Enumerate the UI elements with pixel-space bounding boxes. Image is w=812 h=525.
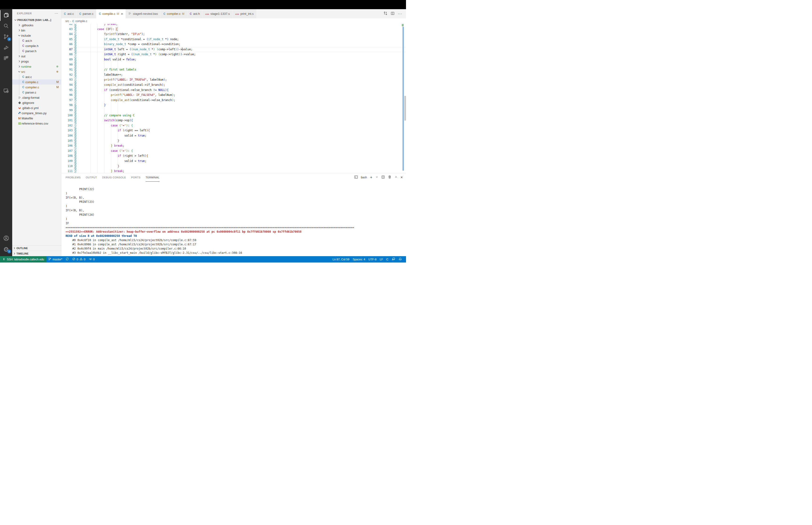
cursor-position[interactable]: Ln 87, Col 59 — [331, 256, 351, 262]
activity-source-control-button[interactable]: 3 — [0, 32, 12, 43]
more-actions-icon[interactable]: ··· — [398, 12, 402, 16]
indentation-setting[interactable]: Spaces: 4 — [351, 256, 367, 262]
activity-extensions-button[interactable] — [0, 53, 12, 64]
code-line[interactable]: } — [83, 164, 401, 169]
code-line[interactable]: valid = true; — [83, 159, 401, 164]
tree-item-runtime[interactable]: runtime — [12, 64, 61, 69]
git-branch-status[interactable]: master* — [47, 256, 64, 262]
code-line[interactable]: compile_ast(conditional->if_branch); — [83, 82, 401, 88]
shell-name[interactable]: bash — [361, 176, 367, 179]
tree-item-PROJECT02B [SSH: LAB...][interactable]: PROJECT02B [SSH: LAB...] — [12, 17, 61, 22]
tree-item-out[interactable]: out — [12, 54, 61, 59]
tree-item-src[interactable]: src — [12, 69, 61, 74]
code-line[interactable] — [83, 62, 401, 68]
tree-item-compare_times.py[interactable]: compare_times.py — [12, 110, 61, 116]
code-line[interactable]: // first set labels — [83, 67, 401, 72]
tree-item-progs[interactable]: progs — [12, 59, 61, 64]
terminal-output[interactable]: PRINT(22))IF(=(B, B), PRINT(23))IF(>(B, … — [61, 181, 406, 256]
tree-item-compile.h[interactable]: Ccompile.h — [12, 43, 61, 48]
open-changes-icon[interactable] — [383, 11, 387, 16]
tab-parser.c[interactable]: Cparser.c — [77, 9, 96, 18]
tab-stage1-1337.s[interactable]: ASMstage1-1337.s — [202, 9, 233, 18]
new-terminal-icon[interactable]: + — [370, 175, 372, 180]
code-line[interactable]: case ('='): { — [83, 123, 401, 128]
panel-tab-problems[interactable]: PROBLEMS — [65, 173, 81, 182]
breadcrumb-folder[interactable]: src — [65, 19, 69, 23]
breadcrumb[interactable]: src › C compile.c — [61, 18, 406, 24]
sync-changes-button[interactable] — [64, 256, 71, 262]
code-line[interactable]: if (right == left){ — [83, 128, 401, 133]
code-line[interactable] — [83, 108, 401, 113]
tree-item-.githooks[interactable]: .githooks — [12, 22, 61, 28]
code-line[interactable]: } — [83, 138, 401, 144]
code-line[interactable]: case ('>'): { — [83, 149, 401, 154]
activity-explorer-button[interactable] — [0, 10, 12, 21]
timeline-section[interactable]: TIMELINE — [12, 251, 61, 256]
code-line[interactable]: fprintf(stderr, "IF\n"); — [83, 32, 401, 37]
panel-tab-debug-console[interactable]: DEBUG CONSOLE — [102, 173, 126, 182]
eol-setting[interactable]: LF — [378, 256, 385, 262]
code-line[interactable]: binary_node_t *comp = conditional->condi… — [83, 42, 401, 47]
activity-run-debug-button[interactable] — [0, 43, 12, 53]
tree-item-bin[interactable]: bin — [12, 28, 61, 33]
tree-item-parser.c[interactable]: Cparser.c — [12, 90, 61, 95]
code-line[interactable]: } break; — [83, 144, 401, 149]
code-line[interactable]: } break; — [83, 169, 401, 173]
tab-ast.h[interactable]: Cast.h — [187, 9, 203, 18]
notifications-button[interactable] — [397, 256, 404, 262]
code-line[interactable]: switch(comp->op){ — [83, 118, 401, 123]
encoding-setting[interactable]: UTF-8 — [367, 256, 378, 262]
breadcrumb-file[interactable]: compile.c — [75, 19, 88, 23]
panel-tab-output[interactable]: OUTPUT — [86, 173, 97, 182]
tree-item-parser.h[interactable]: Cparser.h — [12, 48, 61, 54]
code-line[interactable]: if (conditional->else_branch != NULL){ — [83, 88, 401, 93]
code-line[interactable]: case (IF): { — [83, 27, 401, 32]
code-line[interactable]: bool valid = false; — [83, 57, 401, 62]
code-editor[interactable]: 8283848586878889909192939495969798991001… — [61, 24, 406, 173]
ports-status[interactable]: 0 — [87, 256, 96, 262]
tree-item-compiler.c[interactable]: Ccompiler.cM — [12, 85, 61, 90]
tab-print_int.s[interactable]: ASMprint_int.s — [233, 9, 257, 18]
tab-stage6-nested.bas[interactable]: stage6-nested.bas — [126, 9, 161, 18]
activity-remote-explorer-button[interactable] — [0, 86, 12, 96]
panel-tab-ports[interactable]: PORTS — [131, 173, 140, 182]
outline-section[interactable]: OUTLINE — [12, 245, 61, 251]
panel-tab-terminal[interactable]: TERMINAL — [146, 173, 159, 182]
code-content[interactable]: } break; case (IF): { fprintf(stderr, "I… — [83, 24, 401, 173]
split-editor-icon[interactable] — [391, 12, 395, 16]
remote-indicator[interactable]: SSH: labradoodle.caltech.edu — [0, 256, 47, 262]
close-panel-icon[interactable]: × — [401, 175, 403, 180]
maximize-panel-icon[interactable] — [395, 176, 398, 179]
tree-item-.gitlab-ci.yml[interactable]: .gitlab-ci.yml — [12, 105, 61, 110]
tree-item-reference-times.csv[interactable]: reference-times.csv — [12, 121, 61, 126]
code-line[interactable]: if_node_t *conditional = (if_node_t *) n… — [83, 37, 401, 42]
code-line[interactable]: labelNum++; — [83, 72, 401, 77]
tab-compile.c[interactable]: Ccompile.cM× — [96, 9, 126, 18]
code-line[interactable]: } — [83, 103, 401, 108]
editor-scrollbar[interactable] — [404, 96, 406, 121]
language-mode[interactable]: C — [385, 256, 390, 262]
code-line[interactable]: } break; — [83, 24, 401, 27]
tab-compiler.c[interactable]: Ccompiler.cM — [161, 9, 187, 18]
chevron-down-icon[interactable] — [376, 176, 378, 179]
code-line[interactable]: printf("LABEL: IF_TRUE%d", labelNum); — [83, 77, 401, 82]
code-line[interactable]: int64_t right = ((num_node_t *) (comp->r… — [83, 52, 401, 57]
tree-item-.clang-format[interactable]: .clang-format — [12, 95, 61, 100]
code-line[interactable]: if (right > left){ — [83, 153, 401, 159]
kill-terminal-icon[interactable] — [388, 175, 392, 180]
code-line[interactable]: printf("LABEL: IF_FALSE%d", labelNum); — [83, 93, 401, 98]
tree-item-.gitignore[interactable]: .gitignore — [12, 100, 61, 105]
accounts-button[interactable] — [0, 233, 12, 244]
feedback-button[interactable] — [390, 256, 397, 262]
tab-ast.c[interactable]: Cast.c — [61, 9, 77, 18]
tree-item-ast.h[interactable]: Cast.h — [12, 38, 61, 43]
code-line[interactable]: compile_ast(conditional->else_branch); — [83, 98, 401, 103]
code-line[interactable]: valid = true; — [83, 133, 401, 138]
split-terminal-icon[interactable] — [381, 175, 385, 180]
code-line[interactable]: // compare using C — [83, 113, 401, 118]
settings-button[interactable]: ⚙ 1 — [0, 244, 12, 255]
explorer-more-actions-icon[interactable]: ⋯ — [55, 11, 58, 15]
tree-item-ast.c[interactable]: Cast.c — [12, 74, 61, 79]
tree-item-include[interactable]: include — [12, 33, 61, 38]
problems-status[interactable]: 0 0 — [71, 256, 87, 262]
